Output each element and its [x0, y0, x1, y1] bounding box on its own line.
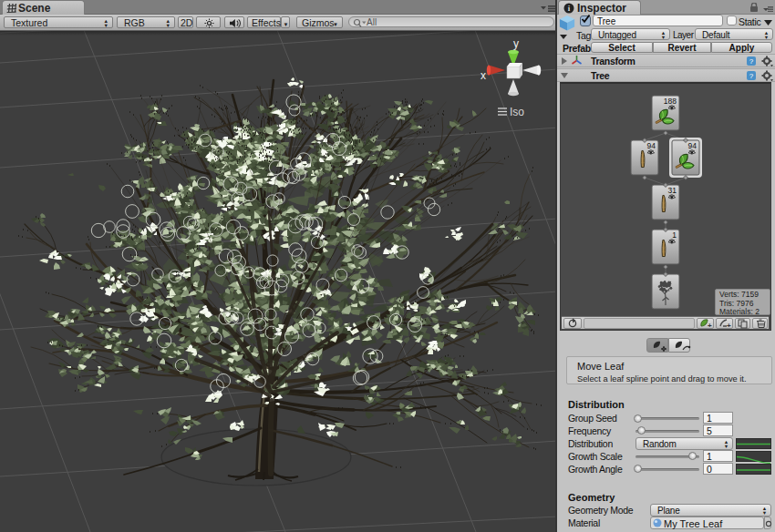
svg-text:188: 188 [664, 97, 677, 106]
svg-text:+: + [708, 322, 712, 330]
svg-text:Iso: Iso [510, 106, 524, 118]
svg-text:94: 94 [647, 141, 656, 150]
svg-text:y: y [513, 37, 519, 50]
svg-text:?: ? [749, 57, 754, 66]
svg-text:31: 31 [668, 186, 677, 195]
svg-text:94: 94 [688, 141, 698, 150]
svg-text:x: x [480, 69, 486, 82]
svg-text:1: 1 [672, 230, 677, 240]
svg-text:+: + [727, 322, 731, 330]
svg-text:?: ? [749, 72, 754, 80]
